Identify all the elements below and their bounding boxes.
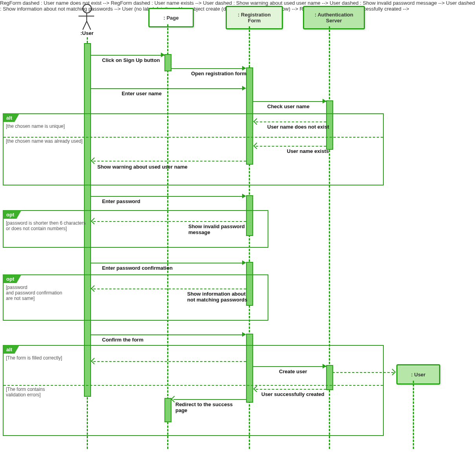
frag-opt2-guard: [password and password confirmation are … bbox=[6, 285, 62, 301]
msg13-line bbox=[252, 366, 326, 367]
msg-create-arrow bbox=[389, 369, 396, 376]
msg13-arrow bbox=[323, 364, 326, 369]
msg9-line bbox=[93, 221, 246, 222]
msg1-label: Click on Sign Up button bbox=[102, 57, 160, 63]
msg10-arrow bbox=[242, 260, 246, 265]
lifeline-authserver-label: : Authentication Server bbox=[315, 12, 353, 24]
frag-alt1-divider bbox=[4, 137, 383, 138]
msg11-label: Show information about not matching pass… bbox=[187, 291, 247, 303]
frag-alt2-guard2: [The form contains validation errors] bbox=[6, 387, 45, 398]
frag-opt1-guard: [password is shorter then 6 characters o… bbox=[6, 220, 86, 231]
msg1-line bbox=[90, 55, 164, 56]
frag-alt1-tag: alt bbox=[3, 114, 19, 122]
msg8-line bbox=[90, 196, 245, 197]
msg6-label: User name exists bbox=[287, 148, 329, 154]
msg11-line bbox=[93, 289, 246, 289]
msg9-label: Show invalid password message bbox=[188, 223, 245, 235]
lifeline-regform-label: : Registration Form bbox=[238, 12, 271, 24]
frag-alt2-tag: alt bbox=[3, 345, 19, 354]
msg10-label: Enter password confirmation bbox=[102, 265, 173, 271]
lifeline-page-label: : Page bbox=[163, 15, 179, 21]
msg12-arrow bbox=[242, 332, 246, 337]
msg2-label: Open registration form bbox=[191, 71, 246, 76]
msg3-arrow bbox=[242, 86, 246, 91]
msg4-label: Check user name bbox=[267, 104, 310, 109]
lifeline-regform: : Registration Form bbox=[226, 6, 283, 29]
msg5-line bbox=[256, 122, 326, 122]
msg14-line bbox=[256, 389, 326, 390]
msg15-line bbox=[173, 399, 246, 400]
frag-opt2-tag: opt bbox=[3, 275, 21, 283]
msg5-label: User name does not exist bbox=[267, 124, 329, 130]
frag-opt1-tag: opt bbox=[3, 211, 21, 219]
msg8-label: Enter password bbox=[102, 198, 140, 204]
lifeline-line-userobj bbox=[413, 381, 414, 449]
msg1-arrow bbox=[161, 53, 165, 57]
msg15-label: Redirect to the success page bbox=[175, 401, 233, 413]
msg10-line bbox=[90, 263, 245, 263]
msg6-line bbox=[256, 146, 326, 147]
frag-alt1-guard2: [the chosen name was already used] bbox=[6, 138, 82, 144]
msg14-label: User successfully created bbox=[261, 391, 324, 397]
actor-user-label: :User bbox=[80, 30, 93, 36]
msg-create-line bbox=[332, 372, 394, 373]
msg2-arrow bbox=[242, 66, 246, 71]
msg4-line bbox=[252, 101, 326, 102]
lifeline-page: : Page bbox=[148, 8, 194, 27]
msg7-label: Show warning about used user name bbox=[97, 164, 188, 170]
msg2-line bbox=[171, 68, 245, 69]
msg12-line bbox=[90, 334, 245, 335]
msg-return-line bbox=[93, 361, 246, 362]
lifeline-authserver: : Authentication Server bbox=[303, 6, 365, 29]
msg13-label: Create user bbox=[279, 369, 307, 374]
frag-alt2: alt [The form is filled correctly] [The … bbox=[3, 345, 384, 436]
object-user: : User bbox=[396, 364, 440, 385]
msg4-arrow bbox=[323, 99, 326, 104]
frag-alt1-guard1: [the chosen name is unique] bbox=[6, 123, 65, 129]
msg12-label: Confirm the form bbox=[102, 337, 143, 343]
frag-alt2-divider bbox=[4, 385, 383, 386]
msg7-line bbox=[93, 161, 246, 162]
object-user-label: : User bbox=[411, 372, 426, 378]
frag-alt2-guard1: [The form is filled correctly] bbox=[6, 355, 62, 361]
msg3-label: Enter user name bbox=[122, 91, 162, 96]
msg3-line bbox=[90, 88, 245, 89]
sequence-diagram: :User : Page : Registration Form : Authe… bbox=[0, 0, 476, 454]
msg8-arrow bbox=[242, 194, 246, 198]
